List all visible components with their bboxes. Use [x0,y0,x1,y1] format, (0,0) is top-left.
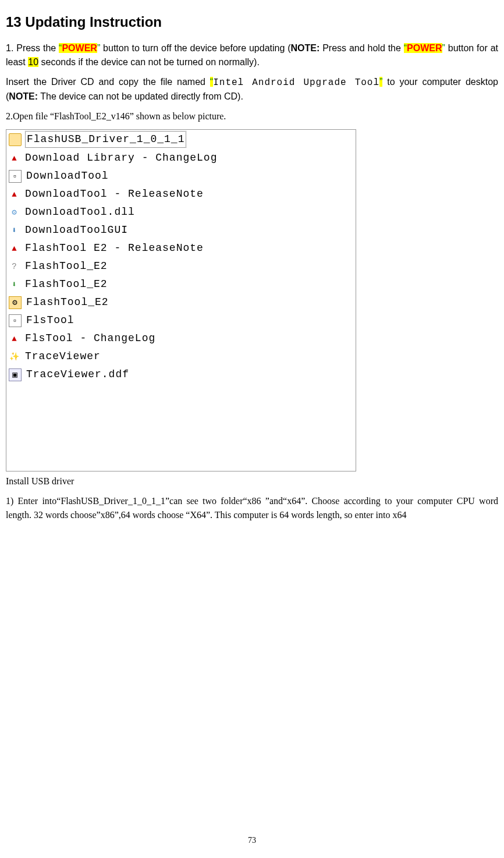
file-label: DownloadTool - ReleaseNote [24,186,205,202]
file-label: Download Library - ChangeLog [24,150,218,166]
paragraph-3: 2.Open file “FlashTool_E2_v146” shown as… [6,109,498,123]
file-item: ▲FlsTool - ChangeLog [6,329,356,348]
file-item: ▲Download Library - ChangeLog [6,149,356,167]
pdf-icon: ▲ [9,333,20,345]
file-label: FlashTool_E2 [24,258,109,274]
ddf-icon: ▣ [9,368,22,381]
section-heading: 13 Updating Instruction [6,12,498,33]
file-item: ⬇DownloadToolGUI [6,221,356,239]
text: 1. Press the [6,43,59,53]
pdf-icon: ▲ [9,189,20,200]
file-label: FlashTool E2 - ReleaseNote [24,240,205,256]
text: button to turn off the device before upd… [100,43,290,53]
file-item: FlashUSB_Driver_1_0_1_1 [6,130,356,149]
highlight-quote-open: “POWER [404,43,442,53]
pdf-icon: ▲ [9,153,20,164]
app-icon: ▫ [9,170,22,183]
file-label: TraceViewer [24,349,102,364]
text: 2.Open file [6,111,50,121]
file-item: ?FlashTool_E2 [6,257,356,275]
file-label: DownloadTool [25,168,110,184]
paragraph-4: 1) Enter into“FlashUSB_Driver_1_0_1_1”ca… [6,494,498,522]
paragraph-2: Insert the Driver CD and copy the file n… [6,75,498,104]
file-item: ⚙DownloadTool.dll [6,203,356,221]
text: shown as below picture. [134,111,226,121]
note-label: NOTE: [291,43,320,53]
file-label: TraceViewer.ddf [25,367,130,382]
down-green-icon: ⬇ [9,279,20,290]
chm-icon: ? [9,261,20,272]
file-item: ▲DownloadTool - ReleaseNote [6,185,356,203]
cfg-icon: ⚙ [9,296,22,309]
exe-down-icon: ⬇ [9,225,20,236]
file-label: FlsTool [25,313,76,328]
file-item: ▲FlashTool E2 - ReleaseNote [6,239,356,257]
dll-icon: ⚙ [9,207,20,218]
highlight-ten: 10 [28,57,38,67]
app-icon: ▫ [9,314,22,327]
highlight-quote-open: “POWER [59,43,97,53]
power-label: POWER [62,43,97,53]
file-item: ⚙FlashTool_E2 [6,293,356,311]
install-heading: Install USB driver [6,474,498,488]
file-label: FlashTool_E2 [25,295,110,310]
file-item: ▫DownloadTool [6,167,356,185]
file-label: DownloadTool.dll [24,204,136,220]
flash-file-name: “FlashTool_E2_v146” [50,111,134,121]
folder-icon [9,133,22,146]
text: seconds if the device can not be turned … [38,57,260,67]
file-item: ⬇FlashTool_E2 [6,275,356,293]
text: The device can not be updated directly f… [38,91,243,101]
file-label: FlashTool_E2 [24,276,109,292]
text: Press and hold the [320,43,403,53]
paragraph-1: 1. Press the “POWER” button to turn off … [6,41,498,69]
file-list-screenshot: FlashUSB_Driver_1_0_1_1▲Download Library… [6,129,356,471]
file-item: ✨TraceViewer [6,348,356,366]
file-label: FlashUSB_Driver_1_0_1_1 [25,131,186,148]
file-label: FlsTool - ChangeLog [24,331,157,346]
tool-name: Intel Android Upgrade Tool [213,77,379,88]
note-label: NOTE: [9,91,38,101]
file-item: ▫FlsTool [6,311,356,329]
yellow-icon: ✨ [9,351,20,363]
power-label: POWER [407,43,442,53]
text: Insert the Driver CD and copy the file n… [6,77,210,87]
file-label: DownloadToolGUI [24,222,129,238]
file-item: ▣TraceViewer.ddf [6,366,356,384]
pdf-icon: ▲ [9,243,20,254]
